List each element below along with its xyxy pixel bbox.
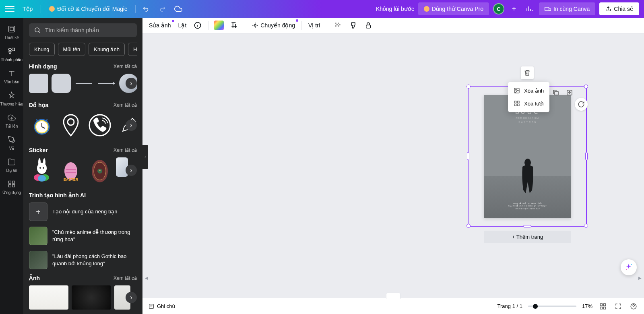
photos-scroll-right[interactable]: › [126,292,137,303]
panel-collapse-handle[interactable]: ‹ [142,145,148,169]
graphics-scroll-right[interactable]: › [126,120,137,131]
notes-button[interactable]: Ghi chú [148,303,175,310]
svg-point-45 [631,264,632,265]
search-box[interactable] [29,23,137,37]
transparency-icon[interactable] [333,21,343,30]
add-page-button[interactable]: + Thêm trang [484,231,571,243]
grid-view-button[interactable] [598,302,608,311]
nav-elements[interactable]: Thành phần [0,43,23,65]
svg-rect-8 [12,185,15,187]
animate-button[interactable]: Chuyển động [251,20,296,31]
shape-square[interactable] [29,74,48,93]
lock-icon[interactable] [363,21,373,30]
chip-more[interactable]: H [128,43,137,56]
chip-frame[interactable]: Khung [29,43,55,56]
sticker-decorated-egg[interactable] [87,157,113,183]
photo-thumb-2[interactable] [72,285,111,310]
sticker-see-all[interactable]: Xem tất cả [114,147,137,153]
shape-line[interactable] [74,74,93,93]
graphic-phone[interactable] [87,112,113,138]
nav-uploads[interactable]: Tải lên [0,109,23,132]
zoom-value[interactable]: 17% [582,303,592,309]
print-button[interactable]: In cùng Canva [539,2,595,15]
zoom-thumb[interactable] [533,304,538,309]
shapes-see-all[interactable]: Xem tất cả [114,64,137,69]
try-pro-button[interactable]: Dùng thử Canva Pro [418,2,489,15]
context-toolbar: Sửa ảnh Lật Chuyển động Vị trí [142,18,644,33]
chip-arrow[interactable]: Mũi tên [58,43,86,56]
svg-rect-2 [10,27,13,31]
design-page[interactable]: LÙI BƯỚC PHIM DO ANH GIA K A Y T R Â N P… [484,95,571,218]
user-avatar[interactable]: C [493,3,504,14]
search-input[interactable] [45,27,132,33]
redo-button[interactable] [157,3,168,14]
delete-button[interactable] [521,66,534,79]
resize-handle-tr[interactable] [584,85,588,89]
svg-rect-42 [517,104,519,106]
shapes-scroll-right[interactable]: › [126,78,137,89]
cloud-sync-icon[interactable] [173,3,184,14]
ai-prompt-castle[interactable]: "Lâu đài phong cách Gothic bao quanh bởi… [29,251,137,269]
resize-edge-left[interactable] [467,152,469,160]
share-button[interactable]: Chia sẻ [599,2,639,15]
document-title[interactable]: Không lùi bước [376,6,414,12]
photo-thumb-1[interactable] [29,285,68,310]
graphics-see-all[interactable]: Xem tất cả [114,102,137,108]
color-picker[interactable] [214,21,224,30]
export-page-button[interactable] [564,87,575,98]
hscroll-right-icon[interactable]: ▶ [638,276,642,280]
nav-brand[interactable]: Thương hiệu [0,87,23,109]
nav-design[interactable]: Thiết kế [0,21,23,43]
help-button[interactable] [629,302,638,311]
ai-create-own[interactable]: + Tạo nội dung của riêng bạn [29,202,137,221]
nav-draw[interactable]: Vẽ [0,132,23,154]
nav-apps[interactable]: Ứng dụng [0,176,23,198]
resize-handle-bl[interactable] [466,224,471,228]
sticker-scroll-right[interactable]: › [126,165,137,176]
nav-projects[interactable]: Dự án [0,154,23,176]
page-indicator[interactable]: Trang 1 / 1 [497,303,522,309]
copy-style-icon[interactable] [348,21,358,30]
menu-delete-image[interactable]: Xóa ảnh [508,84,549,97]
nav-text[interactable]: Văn bản [0,65,23,87]
regenerate-button[interactable] [575,98,588,111]
undo-button[interactable] [140,3,152,14]
photos-see-all[interactable]: Xem tất cả [114,275,137,281]
insights-button[interactable] [524,3,535,14]
add-member-button[interactable]: + [508,3,520,14]
hscroll-left-icon[interactable]: ◀ [145,276,148,280]
grid-icon [514,100,520,107]
resize-handle-tl[interactable] [466,85,471,89]
resize-edge-bottom[interactable] [523,225,531,227]
shape-arrow-line[interactable] [97,74,116,93]
resize-magic-button[interactable]: Đổi cỡ & Chuyển đổi Magic [46,4,130,14]
workspace[interactable]: LÙI BƯỚC PHIM DO ANH GIA K A Y T R Â N P… [142,33,644,298]
flip-button[interactable]: Lật [178,21,188,30]
try-pro-label: Dùng thử Canva Pro [432,6,483,12]
file-menu[interactable]: Tệp [19,4,36,14]
zoom-slider[interactable] [528,306,576,307]
graphics-row: › [29,112,137,138]
ai-assist-fab[interactable] [621,259,637,275]
fullscreen-button[interactable] [613,302,623,311]
ai-prompt-cat[interactable]: "Chú mèo anime dễ thương trong rừng hoa" [29,227,137,245]
duplicate-page-button[interactable] [551,87,561,98]
svg-point-9 [35,28,39,32]
chip-photo-frame[interactable]: Khung ảnh [89,43,125,56]
edit-image-button[interactable]: Sửa ảnh [148,21,172,30]
graphic-clock[interactable] [29,112,55,138]
menu-delete-grid-label: Xóa lưới [524,101,544,107]
sticker-bunny[interactable] [29,157,55,183]
main-menu-button[interactable] [5,6,14,12]
menu-delete-grid[interactable]: Xóa lưới [508,97,549,110]
svg-point-38 [516,89,517,91]
resize-edge-right[interactable] [585,152,588,160]
sticker-easter-egg[interactable]: EASTER [58,157,84,183]
shape-rounded[interactable] [52,74,71,93]
crop-icon[interactable] [229,21,239,30]
position-button[interactable]: Vị trí [308,21,321,30]
graphic-location-pin[interactable] [58,112,84,138]
resize-handle-br[interactable] [584,224,588,228]
ai-prompt2-label: "Lâu đài phong cách Gothic bao quanh bởi… [52,253,137,267]
info-icon[interactable] [193,21,202,30]
